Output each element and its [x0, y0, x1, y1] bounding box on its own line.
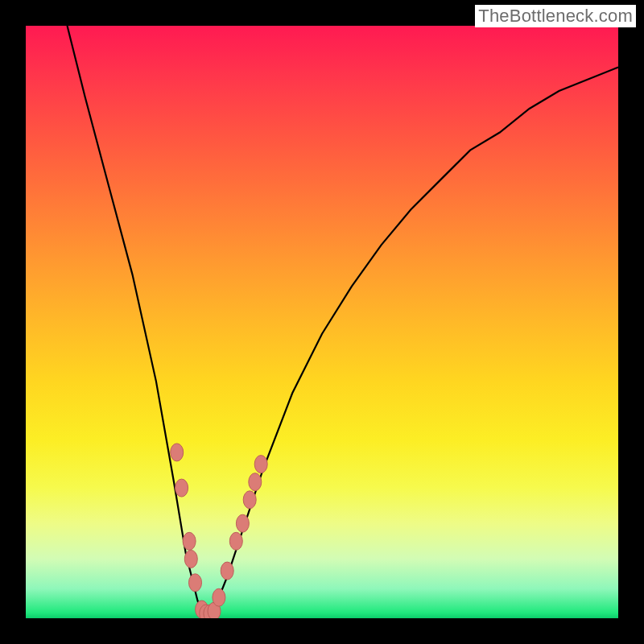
- bottleneck-curve: [68, 26, 619, 618]
- data-point: [254, 456, 267, 473]
- data-point: [184, 550, 197, 568]
- data-point: [249, 473, 262, 491]
- plot-area: [26, 26, 618, 618]
- chart-frame: TheBottleneck.com: [0, 0, 644, 644]
- data-point: [243, 491, 256, 509]
- data-point: [221, 562, 233, 580]
- data-point: [189, 574, 202, 592]
- scatter-points: [171, 444, 268, 618]
- chart-svg: [26, 26, 618, 618]
- data-point: [213, 588, 225, 606]
- watermark-label: TheBottleneck.com: [475, 5, 636, 27]
- data-point: [229, 532, 242, 550]
- data-point: [236, 514, 249, 532]
- data-point: [175, 479, 188, 497]
- data-point: [183, 532, 196, 550]
- data-point: [171, 444, 184, 461]
